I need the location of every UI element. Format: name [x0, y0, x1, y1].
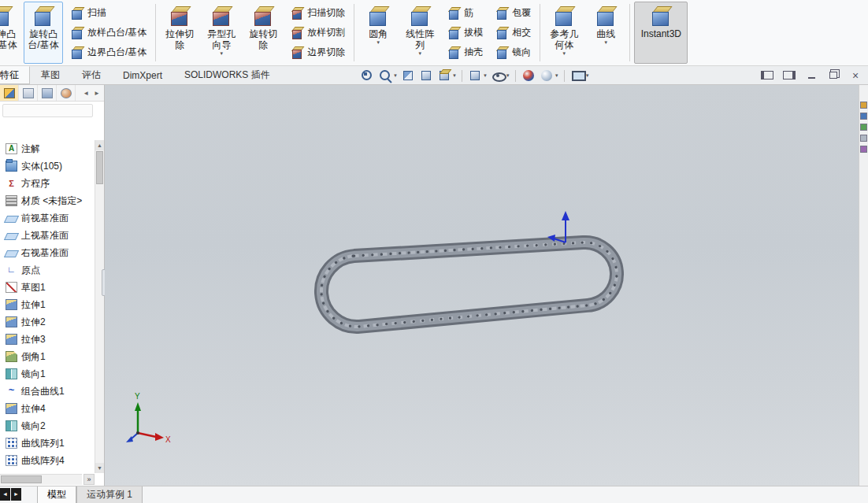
section-view-button[interactable]: [399, 68, 417, 83]
wrap-button[interactable]: 包覆: [491, 5, 534, 22]
draft-button[interactable]: 拔模: [443, 24, 486, 42]
reference-geometry-button[interactable]: 参考几何体▼: [544, 2, 584, 64]
tree-item[interactable]: 倒角1: [2, 348, 94, 365]
hide-show-items-button[interactable]: ▼: [489, 68, 511, 83]
display-style-button[interactable]: ▼: [466, 68, 488, 83]
rib-button[interactable]: 筋: [443, 5, 486, 22]
mirror-button[interactable]: 镜向: [491, 44, 534, 61]
boss-revolve-button[interactable]: 旋转凸台/基体: [24, 2, 63, 64]
tree-item[interactable]: 曲线阵列1: [2, 435, 94, 452]
tree-item[interactable]: A注解: [2, 140, 94, 157]
ribbon-button-stack: 扫描放样凸台/基体边界凸台/基体: [65, 2, 151, 64]
tree-item[interactable]: 拉伸3: [2, 331, 94, 348]
pane-right-button[interactable]: [781, 68, 797, 82]
panel-scroll-left-button[interactable]: ◄: [81, 88, 91, 98]
close-button[interactable]: [848, 68, 863, 82]
tree-item[interactable]: 镜向1: [2, 365, 94, 383]
minimize-button[interactable]: [803, 68, 819, 82]
pane-left-button[interactable]: [759, 68, 775, 82]
cut-boundary-icon: [290, 46, 303, 59]
view-orientation-button[interactable]: ▼: [436, 68, 458, 83]
command-tab[interactable]: 评估: [71, 66, 112, 84]
cut-sweep-button[interactable]: 扫描切除: [287, 5, 348, 22]
custom-properties-icon[interactable]: [860, 146, 867, 153]
tree-vertical-scrollbar[interactable]: ▲ ▼: [95, 140, 104, 473]
tree-item[interactable]: 拉伸2: [2, 313, 94, 331]
apply-scene-button[interactable]: ▼: [538, 68, 560, 83]
shaded-view-button[interactable]: [417, 68, 435, 83]
zoom-fit-button[interactable]: [358, 68, 376, 83]
boss-extrude-button[interactable]: 拉伸凸台/基体: [0, 2, 21, 64]
dropdown-arrow-icon: ▼: [417, 51, 422, 56]
tree-item[interactable]: ~组合曲线1: [2, 383, 94, 400]
tree-item[interactable]: 上视基准面: [2, 227, 94, 244]
tree-item[interactable]: 草图1: [2, 279, 94, 296]
tree-item[interactable]: 镜向2: [2, 417, 94, 435]
design-library-icon[interactable]: [860, 102, 867, 109]
model-tab[interactable]: 模型: [37, 486, 76, 503]
tree-filter-box[interactable]: [2, 104, 93, 117]
ribbon-button-stack: 包覆相交镜向: [490, 2, 536, 64]
command-tab[interactable]: SOLIDWORKS 插件: [173, 66, 281, 84]
model-canvas[interactable]: Y X: [105, 85, 859, 486]
tree-item[interactable]: 拉伸4: [2, 400, 94, 417]
tree-item[interactable]: ∟原点: [2, 261, 94, 279]
command-tab[interactable]: DimXpert: [112, 66, 173, 84]
cut-boundary-button[interactable]: 边界切除: [287, 44, 348, 61]
zoom-area-button[interactable]: ▼: [377, 68, 399, 83]
boundary-boss-button[interactable]: 边界凸台/基体: [67, 44, 150, 61]
cut-sweep-icon: [290, 6, 303, 20]
tree-horizontal-scrollbar[interactable]: [0, 474, 82, 485]
file-explorer-icon[interactable]: [860, 113, 867, 120]
scroll-up-arrow-icon[interactable]: ▲: [95, 140, 104, 150]
appearances-icon[interactable]: [860, 135, 867, 142]
tab-scroll-left-button[interactable]: ◄: [0, 488, 10, 501]
tree-item[interactable]: Σ方程序: [2, 175, 94, 192]
scrollbar-thumb[interactable]: [1, 475, 42, 483]
command-tab[interactable]: 特征: [0, 66, 30, 84]
tree-item[interactable]: 右视基准面: [2, 244, 94, 261]
loft-button[interactable]: 放样凸台/基体: [67, 24, 150, 42]
cut-extrude-icon: [168, 5, 191, 27]
model-tab[interactable]: 运动算例 1: [76, 486, 143, 503]
dropdown-arrow-icon: ▼: [603, 40, 608, 45]
shell-button[interactable]: 抽壳: [443, 44, 486, 61]
hole-wizard-button[interactable]: 异型孔向导▼: [202, 2, 241, 64]
command-tab[interactable]: 草图: [30, 66, 71, 84]
property-manager-tab[interactable]: [19, 85, 38, 101]
instant3d-button[interactable]: Instant3D: [634, 2, 688, 64]
view-settings-button[interactable]: ▼: [569, 68, 591, 83]
tree-item[interactable]: 实体(105): [2, 157, 94, 175]
display-manager-tab[interactable]: [57, 85, 76, 101]
panel-scroll-right-button[interactable]: ►: [92, 88, 102, 98]
graphics-area[interactable]: Y X: [105, 85, 859, 486]
restore-button[interactable]: [825, 68, 841, 82]
linear-pattern-button[interactable]: 线性阵列▼: [400, 2, 440, 64]
tree-item-label: 方程序: [21, 177, 50, 190]
comp-curve-icon: ~: [6, 386, 17, 397]
tree-item[interactable]: 前视基准面: [2, 209, 94, 227]
plane-icon: [4, 250, 19, 257]
configuration-manager-tab[interactable]: [38, 85, 57, 101]
tree-item[interactable]: 材质 <未指定>: [2, 192, 94, 209]
fillet-button[interactable]: 圆角▼: [358, 2, 398, 64]
tab-scroll-right-button[interactable]: ►: [11, 488, 21, 501]
sweep-icon: [70, 6, 83, 20]
tree-item[interactable]: 曲线阵列4: [2, 452, 94, 469]
intersect-button[interactable]: 相交: [491, 24, 534, 42]
feature-manager-tab[interactable]: [0, 85, 19, 101]
cut-revolve-button[interactable]: 旋转切除: [243, 2, 283, 64]
cut-loft-button[interactable]: 放样切割: [287, 24, 348, 42]
mirror-icon: [495, 46, 508, 59]
scrollbar-thumb[interactable]: [96, 151, 103, 184]
tree-item[interactable]: 拉伸1: [2, 296, 94, 313]
scroll-down-arrow-icon[interactable]: ▼: [95, 463, 104, 473]
cut-extrude-button[interactable]: 拉伸切除: [160, 2, 199, 64]
sweep-button[interactable]: 扫描: [67, 5, 150, 22]
edit-appearance-button[interactable]: [520, 68, 537, 83]
panel-expand-button[interactable]: »: [83, 474, 95, 485]
view-palette-icon[interactable]: [860, 124, 867, 131]
curves-button[interactable]: 曲线▼: [586, 2, 625, 64]
chain-model[interactable]: [321, 242, 617, 327]
tree-item-label: 拉伸4: [21, 402, 46, 416]
